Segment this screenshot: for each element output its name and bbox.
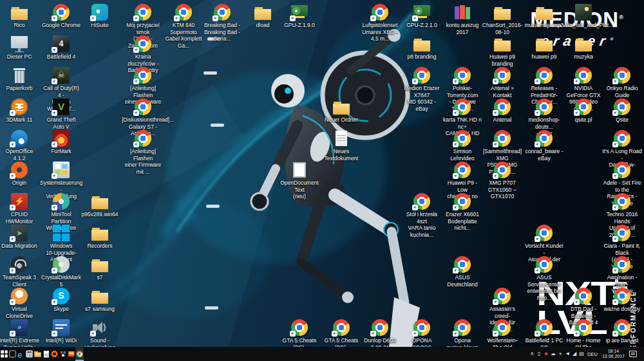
chrome-taskbar-button[interactable] bbox=[75, 347, 84, 361]
desktop-icon[interactable]: ASUS Deutschland bbox=[442, 256, 482, 288]
desktop-icon[interactable]: Stół i krzesła 4szt VARA tanio kuchnia..… bbox=[402, 193, 442, 238]
desktop-icon[interactable]: s7 samsung bbox=[80, 288, 120, 313]
desktop-icon[interactable]: conrad_bware - eBay bbox=[524, 130, 564, 162]
desktop-icon[interactable]: Erazer X6601 Bodenplatte nicht... bbox=[442, 193, 482, 232]
calculator-taskbar-button[interactable] bbox=[25, 347, 33, 361]
shortcut-arrow-icon bbox=[612, 268, 618, 273]
desktop-icon[interactable]: muza moja mp3 bbox=[524, 4, 564, 29]
desktop-icon[interactable]: Antenal bbox=[482, 98, 522, 124]
desktop-icon[interactable]: Breaking Bad - Breaking Bad - Seria... bbox=[202, 4, 242, 42]
network-icon[interactable]: ◢ bbox=[572, 347, 577, 361]
battery-icon[interactable]: ▯ bbox=[536, 347, 542, 361]
keyboard-icon[interactable]: ▤ bbox=[579, 347, 584, 361]
start-taskbar-button[interactable] bbox=[0, 347, 8, 361]
desktop-icon[interactable]: TeamSpeak 3 Client bbox=[0, 256, 39, 288]
hwmonitor-icon[interactable]: ■ bbox=[544, 347, 549, 361]
desktop-icon[interactable]: Antenal » Kontakt bbox=[482, 67, 522, 98]
volume-icon[interactable]: ◄ bbox=[565, 347, 570, 361]
desktop-icon[interactable]: OpenDocument Text (neu) bbox=[279, 162, 319, 200]
chrome-icon bbox=[76, 350, 82, 357]
desktop-icon[interactable]: ważne dostępy bbox=[602, 288, 642, 313]
media-app-taskbar-button[interactable] bbox=[59, 347, 67, 361]
desktop-icon[interactable]: KTM 640 Supermoto Gabel komplett Ga... bbox=[164, 4, 204, 49]
desktop-icon[interactable]: 3DMark 11 bbox=[0, 98, 39, 124]
desktop-icon[interactable]: Virtual CloneDrive bbox=[0, 288, 39, 319]
desktop-icon[interactable]: muzyka bbox=[564, 35, 603, 60]
desktop-icon[interactable]: Recorders bbox=[80, 225, 120, 250]
desktop-icon[interactable]: Onkyo Radio Guide bbox=[602, 67, 642, 98]
desktop-icon[interactable]: CrystalDiskMark 5 bbox=[41, 256, 81, 288]
onedrive-icon[interactable]: ☁ bbox=[551, 347, 556, 361]
icon-label: Virtual CloneDrive bbox=[0, 306, 39, 319]
update-icon[interactable]: ● bbox=[558, 347, 563, 361]
desktop-icon[interactable]: p8 branding bbox=[402, 35, 442, 60]
desktop-icon[interactable]: Google Chrome bbox=[41, 4, 81, 29]
desktop-icon[interactable]: XMG P707 GTX1060 -- GTX1070 bbox=[482, 162, 522, 200]
desktop-icon[interactable]: qsite.pl bbox=[564, 98, 603, 124]
action-center-icon[interactable] bbox=[629, 351, 637, 357]
desktop-icon[interactable]: s7 bbox=[80, 256, 120, 281]
edge-taskbar-button[interactable] bbox=[17, 347, 25, 361]
desktop-icon[interactable]: Sound - Verknüpfung bbox=[80, 319, 120, 351]
origin-taskbar-button[interactable] bbox=[50, 347, 59, 361]
desktop-icon[interactable]: Data Migration bbox=[0, 225, 39, 250]
desktop-icon[interactable]: Skype bbox=[41, 288, 81, 313]
desktop-icon[interactable]: Battlefield 4 bbox=[41, 35, 81, 60]
desktop-icon[interactable]: FurMark bbox=[41, 130, 81, 155]
desktop-icon[interactable]: Rico bbox=[0, 4, 39, 29]
desktop-icon[interactable]: ip are ban list bbox=[602, 319, 642, 344]
chevron-up-icon[interactable]: ∧ bbox=[529, 347, 535, 361]
desktop-icon[interactable]: Intel(R) WiDi bbox=[41, 319, 81, 344]
desktop-icon[interactable]: Papierkorb bbox=[0, 67, 39, 92]
desktop-icon[interactable]: Qsite bbox=[602, 98, 642, 124]
system-tray: ∧▯■☁●◄◢▤DEU 18:14 13.06.2017 bbox=[529, 347, 644, 361]
shortcut-arrow-icon bbox=[574, 299, 580, 305]
desktop-icon[interactable]: GPU-Z.1.9.0 bbox=[279, 4, 319, 29]
desktop-icon[interactable]: [Anleitung] Flashen einer Firmware mit .… bbox=[123, 130, 163, 175]
desktop-icon[interactable]: Intel(R) Extreme Tuning Utility bbox=[0, 319, 39, 351]
shortcut-arrow-icon bbox=[52, 299, 57, 305]
desktop-icon[interactable]: HiSuite bbox=[80, 4, 120, 29]
desktop-icon[interactable]: Neuer Ordner bbox=[321, 98, 361, 124]
desktop-icon[interactable]: Villa_fals_and_Plot... bbox=[564, 4, 603, 29]
notepad-taskbar-button[interactable] bbox=[42, 347, 50, 361]
file-explorer-icon bbox=[34, 350, 41, 357]
shortcut-arrow-icon bbox=[174, 15, 180, 21]
shortcut-arrow-icon bbox=[52, 110, 57, 116]
desktop-icon[interactable]: Huawei p9 branding bbox=[482, 35, 522, 67]
desktop-icon[interactable]: Medion Erazer X7847 MD 60342 - eBay bbox=[402, 67, 442, 112]
desktop-icon[interactable]: CPUID HWMonitor bbox=[0, 193, 39, 225]
shortcut-arrow-icon bbox=[10, 236, 15, 242]
desktop-icon[interactable]: GPU-Z.2.1.0 bbox=[402, 4, 442, 29]
icon-label: GPU-Z.1.9.0 bbox=[284, 22, 315, 29]
shortcut-arrow-icon bbox=[10, 142, 15, 147]
task-view-taskbar-button[interactable] bbox=[8, 347, 17, 361]
desktop-icon[interactable]: ASUS Servicecenter entwendet bei Rep... bbox=[524, 256, 564, 301]
icon-label: [Anleitung] Flashen einer Firmware mit .… bbox=[123, 148, 163, 175]
desktop-icon[interactable]: ChanSort_2016-08-10 bbox=[482, 4, 522, 35]
desktop-icon[interactable]: dload bbox=[243, 4, 283, 29]
chrome-icon bbox=[575, 98, 592, 115]
desktop-icon[interactable]: Neues Textdokument bbox=[321, 130, 361, 162]
desktop-icon[interactable]: Simson Lehrvideo bbox=[442, 130, 482, 162]
language-indicator[interactable]: DEU bbox=[586, 351, 599, 357]
media-app-icon bbox=[59, 350, 66, 357]
shortcut-arrow-icon bbox=[90, 15, 96, 21]
shortcut-arrow-icon bbox=[52, 79, 57, 84]
desktop-icon[interactable]: Luftpistolenset Umarex XBG - 4,5 m... bbox=[360, 4, 400, 42]
desktop-icon[interactable]: Dieser PC bbox=[0, 35, 39, 60]
desktop-icon[interactable]: Origin bbox=[0, 162, 39, 187]
desktop-icon[interactable]: konto auszug 2017 bbox=[442, 4, 482, 35]
desktop-icon[interactable]: p95v289.win64 bbox=[80, 193, 120, 218]
hisuite-icon bbox=[91, 4, 108, 21]
shortcut-arrow-icon bbox=[535, 79, 540, 84]
folder-icon bbox=[413, 35, 430, 52]
file-explorer-taskbar-button[interactable] bbox=[33, 347, 42, 361]
desktop-icon[interactable]: Grand Theft Auto V bbox=[41, 98, 81, 130]
vlc-taskbar-button[interactable] bbox=[67, 347, 75, 361]
desktop-icon[interactable]: OpenOffice 4.1.2 bbox=[0, 130, 39, 162]
shortcut-arrow-icon bbox=[10, 299, 15, 305]
taskbar-clock[interactable]: 18:14 13.06.2017 bbox=[601, 349, 626, 359]
desktop-icon[interactable]: huawei p9 bbox=[524, 35, 564, 60]
icon-label: p95v289.win64 bbox=[81, 211, 118, 218]
